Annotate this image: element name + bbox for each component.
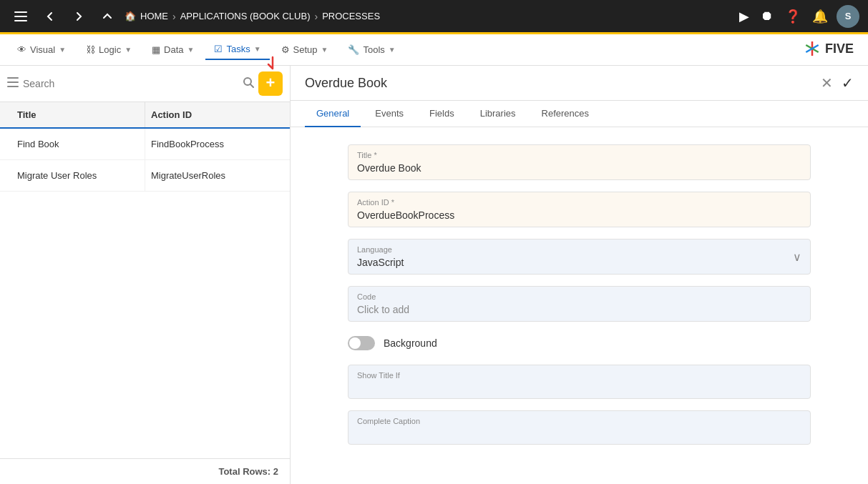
menu-label-tools: Tools xyxy=(363,44,384,55)
confirm-button[interactable]: ✓ xyxy=(842,74,854,92)
table-row[interactable]: Migrate User Roles MigrateUserRoles xyxy=(0,160,290,192)
show-title-if-label: Show Title If xyxy=(357,371,801,380)
breadcrumb-sep-1: › xyxy=(172,11,176,22)
tab-general[interactable]: General xyxy=(305,101,361,127)
breadcrumb-sep-2: › xyxy=(314,11,318,22)
tasks-arrow: ▼ xyxy=(254,45,261,53)
action-id-field[interactable]: Action ID * OverdueBookProcess xyxy=(348,192,811,227)
svg-rect-0 xyxy=(14,11,27,13)
top-navigation: 🏠 HOME › APPLICATIONS (BOOK CLUB) › PROC… xyxy=(0,0,868,34)
menu-label-tasks: Tasks xyxy=(226,44,250,54)
total-rows-label: Total Rows: 2 xyxy=(218,466,278,477)
row-2-action-id: MigrateUserRoles xyxy=(145,160,278,191)
breadcrumb-app[interactable]: APPLICATIONS (BOOK CLUB) xyxy=(180,11,311,21)
title-value: Overdue Book xyxy=(357,162,801,174)
menu-label-logic: Logic xyxy=(99,44,121,55)
menu-label-data: Data xyxy=(164,44,183,55)
search-button[interactable] xyxy=(243,76,254,91)
data-icon: ▦ xyxy=(152,44,160,55)
table-header: Title Action ID xyxy=(0,102,290,129)
language-value: JavaScript xyxy=(357,257,801,268)
tab-libraries[interactable]: Libraries xyxy=(469,101,527,127)
language-group: Language JavaScript ∨ xyxy=(348,239,811,275)
show-title-if-field[interactable]: Show Title If xyxy=(348,365,811,399)
search-bar: + xyxy=(0,66,290,102)
breadcrumb: 🏠 HOME › APPLICATIONS (BOOK CLUB) › PROC… xyxy=(125,11,731,22)
close-button[interactable]: ✕ xyxy=(821,74,833,92)
plus-icon: + xyxy=(266,75,275,91)
back-button[interactable] xyxy=(39,8,62,25)
svg-rect-8 xyxy=(7,82,19,83)
breadcrumb-home[interactable]: HOME xyxy=(140,11,168,21)
visual-arrow: ▼ xyxy=(59,46,66,54)
five-logo: FIVE xyxy=(802,39,859,61)
row-2-title: Migrate User Roles xyxy=(11,160,145,191)
background-row: Background xyxy=(348,333,811,353)
tab-fields[interactable]: Fields xyxy=(418,101,466,127)
menu-item-tasks[interactable]: ☑ Tasks ▼ xyxy=(205,39,269,60)
code-field[interactable]: Code Click to add xyxy=(348,286,811,322)
svg-line-11 xyxy=(250,84,253,87)
svg-rect-2 xyxy=(14,20,27,21)
forward-button[interactable] xyxy=(67,8,90,25)
svg-rect-1 xyxy=(14,16,27,17)
complete-caption-field[interactable]: Complete Caption xyxy=(348,410,811,445)
tasks-icon: ☑ xyxy=(214,44,223,54)
data-arrow: ▼ xyxy=(187,46,195,54)
main-layout: + Title Action ID Find Book FindBookProc… xyxy=(0,66,868,484)
notifications-button[interactable]: 🔔 xyxy=(809,6,831,27)
home-icon: 🏠 xyxy=(125,11,136,21)
filter-icon[interactable] xyxy=(7,77,19,90)
table-footer: Total Rows: 2 xyxy=(0,458,290,484)
menu-bar: 👁 Visual ▼ ⛓ Logic ▼ ▦ Data ▼ ☑ Tasks ▼ … xyxy=(0,34,868,66)
breadcrumb-processes[interactable]: PROCESSES xyxy=(322,11,380,21)
logic-icon: ⛓ xyxy=(86,44,95,55)
language-label: Language xyxy=(357,245,801,254)
help-button[interactable]: ❓ xyxy=(782,6,804,27)
right-panel: Overdue Book ✕ ✓ General Events Fields L… xyxy=(291,66,868,484)
avatar[interactable]: S xyxy=(837,5,859,28)
code-label: Code xyxy=(357,292,801,301)
form-area: Title * Overdue Book Action ID * Overdue… xyxy=(291,127,868,484)
menu-item-logic[interactable]: ⛓ Logic ▼ xyxy=(77,40,140,59)
show-title-if-group: Show Title If xyxy=(348,365,811,399)
arrow-indicator xyxy=(264,56,281,75)
visual-icon: 👁 xyxy=(17,44,26,55)
complete-caption-label: Complete Caption xyxy=(357,417,801,425)
menu-item-visual[interactable]: 👁 Visual ▼ xyxy=(9,40,74,59)
hamburger-menu-button[interactable] xyxy=(9,9,33,24)
record-button[interactable]: ⏺ xyxy=(758,6,776,26)
setup-arrow: ▼ xyxy=(321,46,328,54)
left-panel: + Title Action ID Find Book FindBookProc… xyxy=(0,66,291,484)
logic-arrow: ▼ xyxy=(125,46,132,54)
search-input[interactable] xyxy=(23,78,238,89)
col-title: Title xyxy=(11,102,145,127)
complete-caption-group: Complete Caption xyxy=(348,410,811,445)
process-title: Overdue Book xyxy=(305,76,821,91)
table-rows: Find Book FindBookProcess Migrate User R… xyxy=(0,129,290,458)
up-button[interactable] xyxy=(96,8,119,25)
col-action-id: Action ID xyxy=(145,102,278,127)
header-actions: ✕ ✓ xyxy=(821,74,854,92)
tools-arrow: ▼ xyxy=(389,46,396,54)
background-toggle[interactable] xyxy=(348,336,375,350)
tab-references[interactable]: References xyxy=(530,101,600,127)
add-process-button[interactable]: + xyxy=(258,71,283,96)
menu-item-data[interactable]: ▦ Data ▼ xyxy=(143,40,203,59)
svg-text:FIVE: FIVE xyxy=(825,41,854,56)
title-field[interactable]: Title * Overdue Book xyxy=(348,144,811,180)
setup-icon: ⚙ xyxy=(281,44,290,55)
menu-label-setup: Setup xyxy=(293,44,318,55)
title-group: Title * Overdue Book xyxy=(348,144,811,180)
code-group: Code Click to add xyxy=(348,286,811,322)
language-field[interactable]: Language JavaScript ∨ xyxy=(348,239,811,275)
menu-item-tools[interactable]: 🔧 Tools ▼ xyxy=(339,40,404,59)
table-row[interactable]: Find Book FindBookProcess xyxy=(0,129,290,160)
play-button[interactable]: ▶ xyxy=(736,6,752,27)
tab-events[interactable]: Events xyxy=(364,101,415,127)
background-label: Background xyxy=(384,337,437,349)
menu-item-setup[interactable]: ⚙ Setup ▼ xyxy=(273,40,337,59)
right-header: Overdue Book ✕ ✓ xyxy=(291,66,868,101)
title-label: Title * xyxy=(357,151,801,159)
row-1-title: Find Book xyxy=(11,129,145,159)
